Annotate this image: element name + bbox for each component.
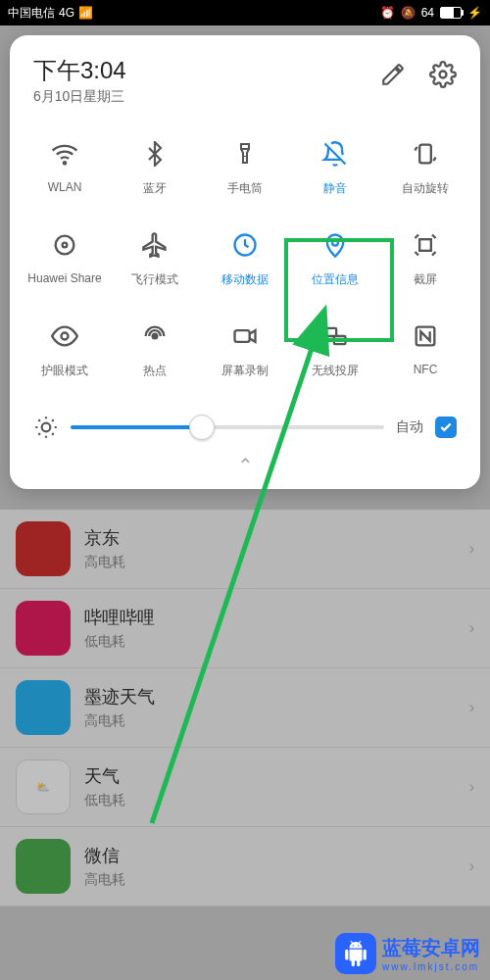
nfc-icon [412,319,439,353]
alarm-icon: ⏰ [380,6,395,20]
tile-nfc[interactable]: NFC [380,306,470,397]
panel-time: 下午3:04 [33,55,380,86]
bluetooth-icon [142,137,168,171]
tile-label: 自动旋转 [402,180,449,197]
signal-icon: 📶 [78,6,93,20]
tile-wifi[interactable]: WLAN [20,123,110,215]
svg-point-0 [440,72,447,78]
watermark-brand: 蓝莓安卓网 [382,935,480,961]
edit-icon[interactable] [380,62,406,87]
tile-data[interactable]: 移动数据 [200,215,290,306]
watermark-url: www.lmkjst.com [382,961,480,972]
tile-mute[interactable]: 静音 [290,123,380,215]
carrier-label: 中国电信 [8,5,55,22]
wifi-icon [51,137,78,171]
svg-rect-13 [325,328,337,336]
tile-label: NFC [414,363,438,376]
svg-rect-5 [419,145,431,164]
airplane-icon [141,228,169,262]
tile-label: 静音 [323,180,347,197]
svg-point-8 [332,240,338,246]
charging-icon: ⚡ [467,6,482,20]
svg-point-10 [62,333,69,340]
quick-settings-panel: 下午3:04 6月10日星期三 WLAN蓝牙手电筒静音自动旋转Huawei Sh… [10,35,480,489]
tile-label: Huawei Share [27,271,101,285]
eye-icon [50,319,79,353]
tile-label: WLAN [48,180,82,194]
tile-flashlight[interactable]: 手电筒 [200,123,290,215]
tile-cast[interactable]: 无线投屏 [290,306,380,397]
data-icon [231,228,259,262]
brightness-row: 自动 [20,397,470,446]
auto-brightness-checkbox[interactable] [435,416,457,438]
tile-label: 热点 [143,363,167,379]
tile-label: 飞行模式 [131,271,178,288]
share-icon [51,228,78,262]
panel-date: 6月10日星期三 [33,88,380,106]
battery-label: 64 [421,6,434,20]
tile-label: 屏幕录制 [221,363,269,379]
brightness-icon [33,415,59,440]
tile-label: 护眼模式 [41,363,88,379]
svg-rect-14 [334,336,346,344]
auto-brightness-label: 自动 [396,418,423,436]
tile-record[interactable]: 屏幕录制 [200,306,290,397]
status-bar: 中国电信 4G 📶 ⏰ 🔕 64 ⚡ [0,0,490,25]
tile-rotate[interactable]: 自动旋转 [380,123,470,215]
drag-handle-icon[interactable]: ⌃ [20,446,470,479]
record-icon [230,319,260,353]
tile-bluetooth[interactable]: 蓝牙 [110,123,200,215]
tile-label: 位置信息 [312,271,359,288]
watermark: 蓝莓安卓网 www.lmkjst.com [335,933,480,974]
hotspot-icon [141,319,169,353]
tile-hotspot[interactable]: 热点 [110,306,200,397]
network-label: 4G [59,6,74,20]
settings-icon[interactable] [429,61,457,88]
tile-airplane[interactable]: 飞行模式 [110,215,200,306]
screenshot-icon [412,228,439,262]
svg-rect-12 [235,330,250,342]
brightness-slider[interactable] [71,425,384,429]
tile-label: 蓝牙 [143,180,167,197]
rotate-icon [412,137,439,171]
flashlight-icon [233,137,257,171]
tile-label: 截屏 [414,271,437,288]
silent-icon: 🔕 [401,6,416,20]
watermark-logo-icon [335,933,376,974]
battery-icon [440,7,462,19]
svg-point-6 [63,243,68,248]
svg-rect-2 [241,144,249,149]
tile-screenshot[interactable]: 截屏 [380,215,470,306]
svg-point-11 [153,334,158,339]
tile-label: 无线投屏 [312,363,359,379]
tile-eye[interactable]: 护眼模式 [20,306,110,397]
svg-point-1 [64,162,66,164]
svg-rect-9 [419,239,431,251]
location-icon [321,228,349,262]
svg-point-16 [42,423,51,432]
tile-label: 手电筒 [227,180,263,197]
tile-share[interactable]: Huawei Share [20,215,110,306]
mute-icon [321,137,349,171]
tile-location[interactable]: 位置信息 [290,215,380,306]
tile-label: 移动数据 [221,271,269,288]
cast-icon [320,319,350,353]
